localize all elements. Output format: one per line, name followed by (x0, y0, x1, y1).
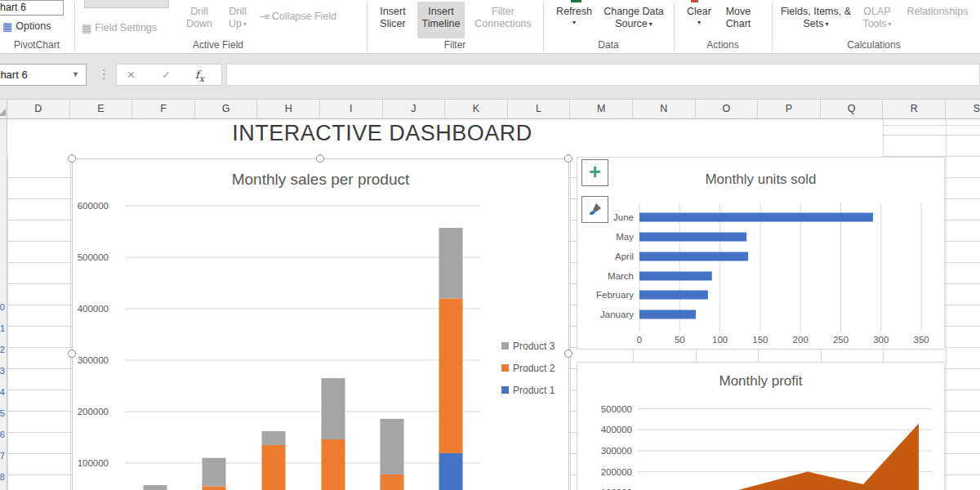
column-header-G[interactable]: G (195, 100, 258, 118)
group-label-pivotchart: PivotChart (0, 39, 74, 51)
move-chart-button[interactable]: Move Chart (715, 6, 761, 30)
name-box-dropdown-icon[interactable]: ▼ (72, 65, 79, 85)
chart-styles-button[interactable] (581, 196, 608, 223)
y-axis-tick-label: 400000 (78, 304, 109, 314)
bar-segment-product-1-june[interactable] (439, 453, 463, 490)
bar-segment-product-3-april[interactable] (322, 378, 345, 439)
bar-april[interactable] (639, 252, 748, 261)
filter-connections-button[interactable]: Filter Connections (467, 6, 539, 30)
chart-elements-button[interactable]: + (581, 159, 608, 186)
dashboard-title: INTERACTIVE DASHBOARD (72, 121, 693, 154)
row-header-10[interactable]: 10 (0, 296, 5, 318)
bar-segment-product-3-january[interactable] (144, 485, 167, 490)
row-header-12[interactable]: 12 (0, 339, 5, 360)
category-label: April (615, 252, 634, 261)
group-label-active-field: Active Field (74, 39, 362, 51)
x-axis-tick-label: 0 (637, 335, 642, 345)
formula-input[interactable] (226, 64, 980, 86)
group-label-actions: Actions (674, 39, 772, 51)
formula-bar-splitter[interactable]: ⋮ (98, 67, 110, 82)
legend-item[interactable]: Product 3 (501, 335, 555, 357)
relationships-button[interactable]: Relationships (900, 6, 975, 18)
y-axis-tick-label: 200000 (78, 407, 109, 416)
y-axis-tick-label: 500000 (601, 404, 632, 414)
refresh-button[interactable]: Refresh ▾ (552, 6, 596, 28)
legend-item[interactable]: Product 2 (501, 357, 555, 379)
drill-down-button[interactable]: Drill Down (180, 6, 218, 30)
field-settings-button[interactable]: ▦Field Settings (82, 22, 157, 34)
bar-june[interactable] (639, 213, 873, 222)
pivotchart-name-field[interactable]: Chart 6 (0, 0, 64, 16)
bar-segment-product-2-june[interactable] (439, 298, 463, 453)
selection-handle[interactable] (564, 350, 572, 358)
collapse-field-button[interactable]: −≡Collapse Field (260, 11, 336, 22)
column-header-K[interactable]: K (445, 100, 508, 118)
fields-items-sets-button[interactable]: Fields, Items, & Sets▾ (778, 6, 853, 30)
active-field-name-box (84, 0, 169, 8)
chart-monthly-units[interactable]: Monthly units sold 050100150200250300350… (577, 157, 945, 350)
column-header-F[interactable]: F (132, 100, 195, 118)
clear-icon (691, 0, 698, 2)
bar-segment-product-2-april[interactable] (322, 439, 345, 490)
insert-timeline-button[interactable]: Insert Timeline (417, 2, 465, 38)
column-header-O[interactable]: O (696, 100, 759, 118)
selection-handle[interactable] (68, 350, 76, 358)
bar-march[interactable] (639, 272, 712, 281)
column-header-D[interactable]: D (7, 100, 70, 118)
bar-may[interactable] (639, 233, 746, 242)
clear-button[interactable]: Clear ▾ (681, 6, 717, 28)
name-box[interactable]: Chart 6 ▼ (0, 64, 87, 86)
y-axis-tick-label: 500000 (78, 252, 109, 262)
cancel-icon[interactable]: ✕ (127, 65, 136, 85)
profit-area-series[interactable] (641, 423, 919, 490)
select-all-corner[interactable] (0, 100, 7, 118)
bar-segment-product-3-june[interactable] (439, 228, 463, 298)
bar-segment-product-3-march[interactable] (262, 431, 286, 445)
category-label: January (600, 310, 634, 319)
row-header-15[interactable]: 15 (0, 403, 5, 424)
insert-function-icon[interactable]: fx (195, 65, 204, 89)
selection-handle[interactable] (316, 154, 324, 163)
row-header-14[interactable]: 14 (0, 381, 5, 403)
column-header-Q[interactable]: Q (821, 100, 884, 118)
legend-swatch-icon (501, 386, 509, 394)
x-axis-tick-label: 200 (793, 335, 808, 345)
bar-february[interactable] (639, 291, 708, 300)
insert-slicer-button[interactable]: Insert Slicer (372, 6, 414, 30)
row-header-17[interactable]: 17 (0, 445, 5, 466)
selection-handle[interactable] (564, 154, 572, 163)
bar-segment-product-3-may[interactable] (381, 419, 404, 474)
column-header-J[interactable]: J (383, 100, 446, 118)
olap-tools-button[interactable]: OLAP Tools▾ (856, 6, 898, 30)
chevron-down-icon: ▾ (552, 18, 596, 28)
bar-segment-product-3-february[interactable] (203, 458, 226, 487)
bar-segment-product-2-may[interactable] (381, 474, 404, 490)
row-header-11[interactable]: 11 (0, 318, 5, 339)
column-header-L[interactable]: L (508, 100, 571, 118)
column-header-P[interactable]: P (758, 100, 821, 118)
column-header-R[interactable]: R (883, 100, 946, 118)
row-header-18[interactable]: 18 (0, 466, 5, 488)
row-header-13[interactable]: 13 (0, 360, 5, 381)
legend-item[interactable]: Product 1 (501, 379, 555, 401)
column-header-I[interactable]: I (320, 100, 383, 118)
column-header-E[interactable]: E (70, 100, 133, 118)
selection-handle[interactable] (68, 154, 76, 163)
column-header-S[interactable]: S (946, 100, 980, 118)
bar-segment-product-2-march[interactable] (262, 445, 286, 490)
chart-monthly-sales[interactable]: Monthly sales per product 10000020000030… (72, 158, 569, 490)
change-data-source-button[interactable]: Change Data Source▾ (597, 6, 670, 30)
bar-january[interactable] (639, 310, 696, 319)
column-header-H[interactable]: H (257, 100, 320, 118)
drill-up-button[interactable]: Drill Up▾ (219, 6, 256, 30)
chevron-down-icon: ▾ (681, 18, 717, 28)
options-button[interactable]: ▦Options (2, 20, 51, 33)
enter-icon[interactable]: ✓ (162, 65, 171, 85)
row-header-16[interactable]: 16 (0, 424, 5, 445)
chart-legend[interactable]: Product 3Product 2Product 1 (501, 335, 555, 401)
chart-monthly-profit[interactable]: Monthly profit 1000002000003000004000005… (577, 362, 945, 490)
column-header-N[interactable]: N (633, 100, 696, 118)
group-label-calculations: Calculations (772, 39, 976, 51)
bar-segment-product-2-february[interactable] (203, 486, 226, 490)
column-header-M[interactable]: M (570, 100, 633, 118)
